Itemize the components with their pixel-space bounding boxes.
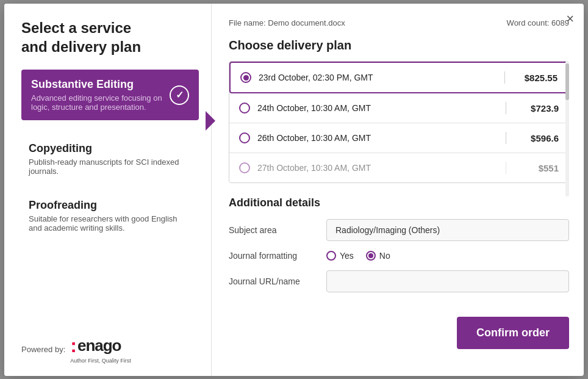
radio-option-2 xyxy=(239,103,250,114)
powered-by: Powered by: : enago Author First, Qualit… xyxy=(21,334,199,364)
subject-area-row: Subject area xyxy=(229,219,569,241)
subject-area-label: Subject area xyxy=(229,225,326,235)
journal-url-row: Journal URL/name xyxy=(229,270,569,292)
file-name-label: File name: Demo document.docx xyxy=(229,18,345,27)
radio-yes-icon xyxy=(326,251,336,261)
service-desc-substantive: Advanced editing service focusing on log… xyxy=(31,93,163,112)
modal-overlay: Select a serviceand delivery plan Substa… xyxy=(0,0,588,379)
delivery-option-2[interactable]: 24th October, 10:30 AM, GMT $723.9 xyxy=(229,93,568,123)
additional-section-title: Additional details xyxy=(229,197,569,209)
file-info-bar: File name: Demo document.docx Word count… xyxy=(229,18,569,27)
delivery-date-3: 26th October, 10:30 AM, GMT xyxy=(257,133,496,143)
journal-formatting-field: Yes No xyxy=(326,251,569,261)
confirm-order-button[interactable]: Confirm order xyxy=(457,317,569,349)
delivery-date-4: 27th October, 10:30 AM, GMT xyxy=(257,163,496,173)
left-panel: Select a serviceand delivery plan Substa… xyxy=(4,4,212,376)
enago-tagline: Author First, Quality First xyxy=(70,358,131,364)
journal-formatting-row: Journal formatting Yes No xyxy=(229,251,569,261)
powered-label: Powered by: xyxy=(21,345,65,354)
subject-area-field xyxy=(326,219,569,241)
journal-no-label: No xyxy=(379,251,390,261)
delivery-price-1: $825.55 xyxy=(515,73,558,83)
scrollbar-thumb[interactable] xyxy=(565,63,569,100)
journal-formatting-no[interactable]: No xyxy=(366,251,390,261)
enago-logo: : enago Author First, Quality First xyxy=(70,334,131,364)
enago-dot-icon: : xyxy=(70,334,77,357)
sidebar-item-substantive[interactable]: Substantive Editing Advanced editing ser… xyxy=(21,70,199,120)
radio-option-1 xyxy=(240,72,251,83)
service-desc-copyediting: Publish-ready manuscripts for SCI indexe… xyxy=(29,157,192,176)
delivery-option-1[interactable]: 23rd October, 02:30 PM, GMT $825.55 xyxy=(229,62,568,93)
delivery-section-title: Choose delivery plan xyxy=(229,38,569,52)
delivery-options-container: 23rd October, 02:30 PM, GMT $825.55 24th… xyxy=(229,61,569,197)
journal-url-field xyxy=(326,270,569,292)
sidebar-item-copyediting[interactable]: Copyediting Publish-ready manuscripts fo… xyxy=(21,136,199,182)
divider-4 xyxy=(506,162,506,174)
enago-wordmark: enago xyxy=(77,336,121,355)
journal-formatting-label: Journal formatting xyxy=(229,251,326,261)
journal-url-input[interactable] xyxy=(326,270,569,292)
delivery-date-2: 24th October, 10:30 AM, GMT xyxy=(257,103,496,113)
additional-details-section: Additional details Subject area Journal … xyxy=(229,197,569,302)
delivery-date-1: 23rd October, 02:30 PM, GMT xyxy=(259,73,495,82)
journal-url-label: Journal URL/name xyxy=(229,276,326,286)
right-panel: × File name: Demo document.docx Word cou… xyxy=(212,4,584,376)
bottom-bar: Confirm order xyxy=(229,302,569,349)
close-button[interactable]: × xyxy=(566,12,574,26)
service-name-copyediting: Copyediting xyxy=(29,142,192,155)
delivery-options-list: 23rd October, 02:30 PM, GMT $825.55 24th… xyxy=(229,61,569,183)
divider-1 xyxy=(504,71,505,84)
delivery-price-2: $723.9 xyxy=(516,103,559,114)
scrollbar-track[interactable] xyxy=(565,61,569,197)
check-icon xyxy=(170,85,189,105)
page-title: Select a serviceand delivery plan xyxy=(21,18,199,56)
delivery-option-3[interactable]: 26th October, 10:30 AM, GMT $596.6 xyxy=(229,123,568,153)
radio-option-4 xyxy=(239,162,250,173)
sidebar-item-proofreading[interactable]: Proofreading Suitable for researchers wi… xyxy=(21,193,199,239)
delivery-option-4[interactable]: 27th October, 10:30 AM, GMT $551 xyxy=(229,153,568,182)
delivery-price-4: $551 xyxy=(516,163,559,173)
service-name-substantive: Substantive Editing xyxy=(31,78,163,91)
journal-formatting-yes[interactable]: Yes xyxy=(326,251,354,261)
journal-yes-label: Yes xyxy=(340,251,354,261)
service-name-proofreading: Proofreading xyxy=(29,199,192,212)
service-desc-proofreading: Suitable for researchers with good Engli… xyxy=(29,214,192,233)
delivery-price-3: $596.6 xyxy=(516,133,559,143)
word-count-label: Word count: 6089 xyxy=(507,18,569,27)
journal-formatting-radio-group: Yes No xyxy=(326,251,569,261)
subject-area-input[interactable] xyxy=(326,219,569,241)
divider-3 xyxy=(506,132,506,144)
radio-no-icon xyxy=(366,251,376,261)
radio-option-3 xyxy=(239,132,250,143)
divider-2 xyxy=(506,102,506,114)
modal: Select a serviceand delivery plan Substa… xyxy=(4,4,584,376)
